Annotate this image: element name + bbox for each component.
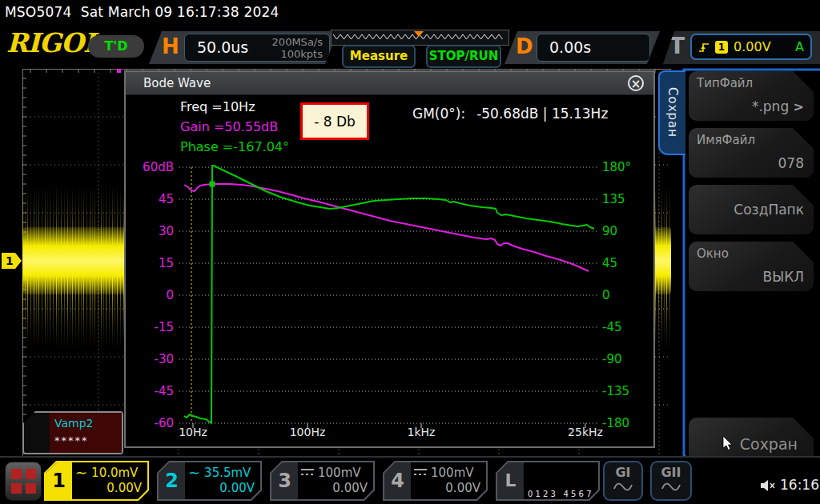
datetime: Sat March 09 16:17:38 2024 <box>81 4 279 20</box>
measurement-name: Vamp2 <box>54 417 94 430</box>
horizontal-timebase-panel[interactable]: H 50.0us 200MSa/s100kpts <box>149 31 338 64</box>
sample-rate: 200MSa/s100kpts <box>272 36 323 60</box>
ac-coupling-icon: ∼ <box>75 469 87 477</box>
bottom-bar: 1 ∼ 10.0mV 0.00V 2 ∼ 35.5mV 0.00V 3 100m… <box>0 458 820 504</box>
d-label: D <box>516 34 533 58</box>
menu-button-filename[interactable]: ИмяФайл 078 <box>689 128 814 178</box>
trigger-edge-icon <box>698 41 709 54</box>
measurement-value: ***** <box>54 434 89 446</box>
t-label: T <box>669 33 685 59</box>
menu-grid-icon[interactable] <box>5 462 42 501</box>
delay-box[interactable]: 0.00s <box>537 34 650 62</box>
channel3-block[interactable]: 3 100mV 0.00V <box>270 461 375 501</box>
channel2-number: 2 <box>159 462 185 499</box>
ac-coupling-icon: ∼ <box>188 469 200 477</box>
channel3-number: 3 <box>271 462 298 499</box>
menu-button-newfolder[interactable]: СоздПапк <box>689 185 814 234</box>
channel1-offset: 0.00V <box>75 481 142 497</box>
generator1-button[interactable]: GI <box>603 461 643 501</box>
logic-channel-numbers: 0 1 2 3 4 5 6 78 9 10 11 12 13 14 15 <box>528 466 595 499</box>
trigger-source-badge: 1 <box>715 41 728 54</box>
channel2-block[interactable]: 2 ∼ 35.5mV 0.00V <box>157 461 262 501</box>
preview-zigzag-icon <box>332 30 507 43</box>
measurement-box[interactable]: Vamp2 ***** <box>22 411 123 454</box>
trigger-position-marker <box>117 69 121 73</box>
channel4-offset: 0.00V <box>414 481 480 497</box>
status-bar: MSO5074 Sat March 09 16:17:38 2024 <box>5 4 279 20</box>
phase-curve <box>184 166 594 423</box>
logic-analyzer-block[interactable]: L 0 1 2 3 4 5 6 78 9 10 11 12 13 14 15 <box>496 461 600 501</box>
channel1-scale: 10.0mV <box>91 466 138 480</box>
channel2-offset: 0.00V <box>188 481 255 497</box>
delay-panel[interactable]: D 0.00s <box>504 31 660 64</box>
chevron-right-icon: > <box>794 99 804 114</box>
bode-wave-dialog: Bode Wave × Freq =10Hz Gain =50.55dB Pha… <box>124 70 655 448</box>
waveform-preview-strip[interactable] <box>331 30 509 46</box>
stop-run-button[interactable]: STOP/RUN <box>426 45 501 68</box>
timebase-box[interactable]: 50.0us 200MSa/s100kpts <box>184 34 330 62</box>
sine-wave-icon <box>613 482 633 492</box>
dc-coupling-icon <box>414 469 427 478</box>
rigol-logo: RIGOL <box>6 27 101 58</box>
sine-wave-icon <box>661 482 681 492</box>
dc-coupling-icon <box>301 469 314 478</box>
delay-value: 0.00s <box>549 38 591 56</box>
menu-tab-save[interactable]: Сохран <box>658 70 685 155</box>
bode-plot <box>126 72 653 446</box>
trigger-box[interactable]: 1 0.00V A <box>690 34 812 60</box>
gain-curve <box>184 184 589 271</box>
trigger-mode: A <box>795 39 804 54</box>
model-name: MSO5074 <box>5 4 72 20</box>
menu-button-window[interactable]: Окно ВЫКЛ <box>689 242 814 291</box>
measure-button[interactable]: Measure <box>342 45 416 68</box>
menu-button-filetype[interactable]: ТипФайл *.png > <box>689 71 814 121</box>
trigger-status-badge: T'D <box>88 35 144 58</box>
channel1-number: 1 <box>46 462 72 499</box>
h-label: H <box>162 34 179 58</box>
mouse-cursor-icon <box>722 435 734 451</box>
speaker-muted-icon <box>759 479 777 492</box>
channel4-number: 4 <box>384 462 411 499</box>
channel3-offset: 0.00V <box>301 481 368 497</box>
channel4-scale: 100mV <box>431 466 474 480</box>
system-clock: 16:16 <box>780 477 819 493</box>
trigger-panel[interactable]: T 1 0.00V A <box>663 31 820 64</box>
trigger-level: 0.00V <box>734 39 771 54</box>
channel4-block[interactable]: 4 100mV 0.00V <box>383 461 488 501</box>
channel1-ground-marker[interactable]: 1 <box>2 253 22 269</box>
timebase-value: 50.0us <box>197 38 248 56</box>
channel3-scale: 100mV <box>318 466 361 480</box>
generator2-button[interactable]: GII <box>650 461 692 501</box>
channel2-scale: 35.5mV <box>204 466 251 480</box>
logic-label: L <box>497 462 524 499</box>
measure-point-marker <box>210 182 215 187</box>
channel1-block[interactable]: 1 ∼ 10.0mV 0.00V <box>44 461 149 501</box>
